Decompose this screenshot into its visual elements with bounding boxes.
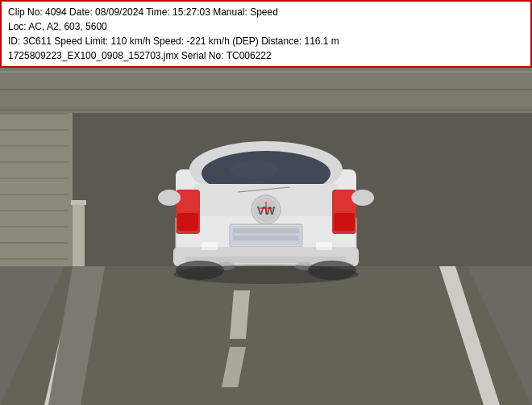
svg-rect-11 [0, 210, 69, 211]
svg-rect-51 [202, 242, 218, 250]
svg-rect-14 [0, 258, 69, 260]
svg-rect-47 [177, 213, 198, 231]
svg-rect-13 [0, 242, 69, 244]
svg-rect-9 [0, 177, 69, 179]
svg-rect-12 [0, 226, 69, 228]
svg-rect-26 [73, 202, 85, 266]
svg-point-32 [230, 160, 278, 179]
info-line-2: Loc: AC, A2, 603, 5600 [8, 19, 524, 34]
svg-rect-40 [233, 236, 299, 240]
svg-rect-39 [233, 228, 299, 233]
svg-rect-7 [0, 145, 69, 147]
svg-rect-27 [71, 200, 86, 205]
svg-rect-24 [0, 89, 532, 90]
info-line-1: Clip No: 4094 Date: 08/09/2024 Time: 15:… [8, 5, 524, 19]
svg-rect-25 [0, 109, 532, 111]
svg-rect-49 [334, 191, 355, 211]
svg-rect-46 [177, 191, 198, 211]
svg-rect-8 [0, 161, 69, 163]
svg-point-62 [173, 265, 359, 284]
info-line-3: ID: 3C611 Speed Limit: 110 km/h Speed: -… [8, 34, 524, 48]
svg-rect-5 [0, 113, 69, 115]
main-container: VW [0, 0, 532, 405]
info-overlay: Clip No: 4094 Date: 08/09/2024 Time: 15:… [0, 0, 532, 68]
svg-rect-23 [0, 71, 532, 73]
info-line-4: 1725809223_EX100_0908_152703.jmx Serial … [8, 48, 524, 63]
svg-rect-10 [0, 194, 69, 195]
svg-point-54 [158, 190, 181, 206]
svg-rect-50 [334, 213, 355, 231]
svg-rect-52 [316, 242, 332, 250]
svg-point-55 [351, 190, 374, 206]
svg-rect-6 [0, 129, 69, 131]
